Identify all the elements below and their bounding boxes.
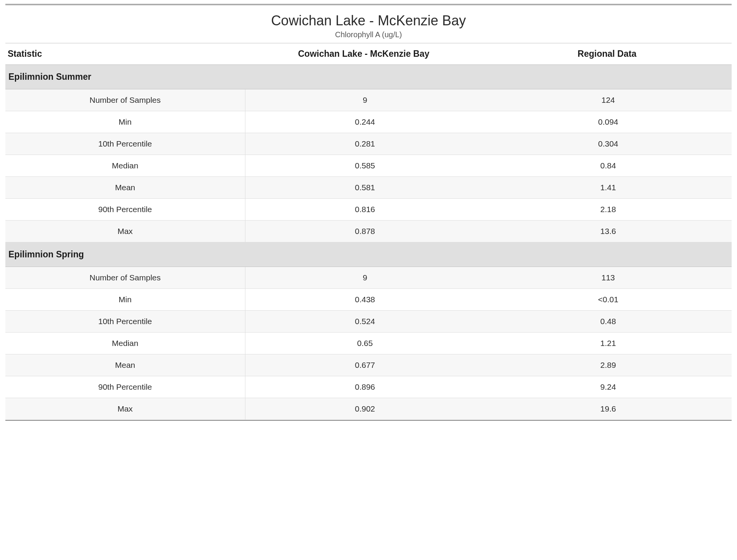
site-value-cell: 0.878	[245, 221, 485, 242]
table-body: Epilimnion SummerNumber of Samples9124Mi…	[5, 65, 732, 420]
table-row: 90th Percentile0.8162.18	[5, 199, 732, 221]
region-value-cell: 19.6	[485, 398, 732, 420]
region-value-cell: 0.094	[485, 111, 732, 133]
region-value-cell: 1.41	[485, 177, 732, 199]
site-value-cell: 0.677	[245, 354, 485, 376]
stat-label-cell: Number of Samples	[5, 267, 245, 289]
stat-label-cell: Median	[5, 155, 245, 177]
site-value-cell: 0.65	[245, 333, 485, 354]
stat-label-cell: Number of Samples	[5, 89, 245, 111]
region-value-cell: 13.6	[485, 221, 732, 242]
site-value-cell: 0.438	[245, 289, 485, 311]
stat-label-cell: Min	[5, 289, 245, 311]
region-value-cell: <0.01	[485, 289, 732, 311]
region-value-cell: 9.24	[485, 376, 732, 398]
section-header: Epilimnion Spring	[5, 242, 732, 267]
table-row: Min0.2440.094	[5, 111, 732, 133]
table-row: Median0.651.21	[5, 333, 732, 354]
region-value-cell: 124	[485, 89, 732, 111]
stat-label-cell: Max	[5, 221, 245, 242]
section-header-label: Epilimnion Spring	[5, 242, 732, 267]
stat-label-cell: Median	[5, 333, 245, 354]
region-value-cell: 0.48	[485, 311, 732, 333]
stat-label-cell: Max	[5, 398, 245, 420]
stat-label-cell: 90th Percentile	[5, 376, 245, 398]
table-row: Number of Samples9113	[5, 267, 732, 289]
page-subtitle: Chlorophyll A (ug/L)	[0, 30, 737, 39]
stat-label-cell: 10th Percentile	[5, 311, 245, 333]
bottom-rule	[5, 420, 732, 421]
site-value-cell: 0.281	[245, 133, 485, 155]
title-block: Cowichan Lake - McKenzie Bay Chlorophyll…	[0, 6, 737, 43]
table-row: 10th Percentile0.2810.304	[5, 133, 732, 155]
table-row: Median0.5850.84	[5, 155, 732, 177]
site-value-cell: 0.581	[245, 177, 485, 199]
region-value-cell: 0.304	[485, 133, 732, 155]
region-value-cell: 2.18	[485, 199, 732, 221]
section-header: Epilimnion Summer	[5, 65, 732, 89]
page-title: Cowichan Lake - McKenzie Bay	[0, 13, 737, 29]
stat-label-cell: Min	[5, 111, 245, 133]
region-value-cell: 1.21	[485, 333, 732, 354]
site-value-cell: 0.816	[245, 199, 485, 221]
region-value-cell: 2.89	[485, 354, 732, 376]
stat-label-cell: 90th Percentile	[5, 199, 245, 221]
stat-label-cell: Mean	[5, 177, 245, 199]
region-value-cell: 113	[485, 267, 732, 289]
col-header-site: Cowichan Lake - McKenzie Bay	[245, 43, 485, 65]
site-value-cell: 0.524	[245, 311, 485, 333]
site-value-cell: 0.896	[245, 376, 485, 398]
table-row: Min0.438<0.01	[5, 289, 732, 311]
site-value-cell: 0.585	[245, 155, 485, 177]
site-value-cell: 0.902	[245, 398, 485, 420]
site-value-cell: 9	[245, 89, 485, 111]
table-header-row: Statistic Cowichan Lake - McKenzie Bay R…	[5, 43, 732, 65]
statistics-table: Statistic Cowichan Lake - McKenzie Bay R…	[5, 43, 732, 420]
table-row: 90th Percentile0.8969.24	[5, 376, 732, 398]
site-value-cell: 9	[245, 267, 485, 289]
region-value-cell: 0.84	[485, 155, 732, 177]
col-header-region: Regional Data	[485, 43, 732, 65]
table-row: 10th Percentile0.5240.48	[5, 311, 732, 333]
col-header-statistic: Statistic	[5, 43, 245, 65]
stat-label-cell: 10th Percentile	[5, 133, 245, 155]
site-value-cell: 0.244	[245, 111, 485, 133]
stat-label-cell: Mean	[5, 354, 245, 376]
table-row: Mean0.6772.89	[5, 354, 732, 376]
section-header-label: Epilimnion Summer	[5, 65, 732, 89]
table-row: Number of Samples9124	[5, 89, 732, 111]
report-container: Cowichan Lake - McKenzie Bay Chlorophyll…	[0, 4, 737, 421]
table-row: Max0.90219.6	[5, 398, 732, 420]
table-row: Max0.87813.6	[5, 221, 732, 242]
table-row: Mean0.5811.41	[5, 177, 732, 199]
